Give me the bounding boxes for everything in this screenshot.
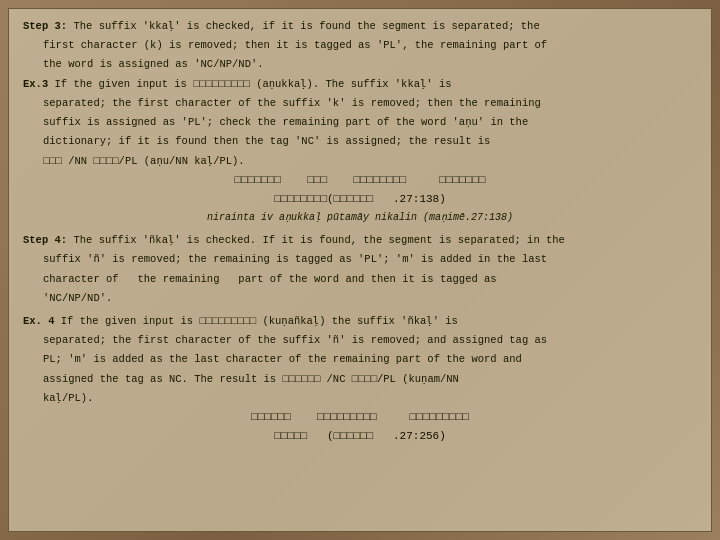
ex4-line4: assigned the tag as NC. The result is □□… xyxy=(23,372,697,387)
step4-text1: The suffix 'ñkaḷ' is checked. If it is f… xyxy=(73,234,565,246)
ex4-section: Ex. 4 If the given input is □□□□□□□□□ (k… xyxy=(23,314,697,445)
ex3-line3: suffix is assigned as 'PL'; check the re… xyxy=(23,115,697,130)
step3-heading: Step 3: xyxy=(23,20,67,32)
ex3-line4: dictionary; if it is found then the tag … xyxy=(23,134,697,149)
ex4-arabic-line2: □□□□□ (□□□□□□ .27:256) xyxy=(23,429,697,445)
step4-line1: Step 4: The suffix 'ñkaḷ' is checked. If… xyxy=(23,233,697,248)
step4-line3: character of the remaining part of the w… xyxy=(23,272,697,287)
ex3-arabic-line2: □□□□□□□□(□□□□□□ .27:138) xyxy=(23,192,697,208)
step3-line2: first character (k) is removed; then it … xyxy=(23,38,697,53)
ex3-text1: If the given input is □□□□□□□□□ (aṇukkaḷ… xyxy=(55,78,452,90)
ex3-line2: separated; the first character of the su… xyxy=(23,96,697,111)
step3-text1: The suffix 'kkaḷ' is checked, if it is f… xyxy=(73,20,539,32)
step4-line4: 'NC/NP/ND'. xyxy=(23,291,697,306)
ex4-line2: separated; the first character of the su… xyxy=(23,333,697,348)
ex4-text1: If the given input is □□□□□□□□□ (kuṇañka… xyxy=(61,315,458,327)
ex3-label: Ex.3 xyxy=(23,78,55,90)
step4-section: Step 4: The suffix 'ñkaḷ' is checked. If… xyxy=(23,233,697,306)
ex4-line1: Ex. 4 If the given input is □□□□□□□□□ (k… xyxy=(23,314,697,329)
step4-heading: Step 4: xyxy=(23,234,67,246)
content-panel: Step 3: The suffix 'kkaḷ' is checked, if… xyxy=(8,8,712,532)
ex4-line5: kaḷ/PL). xyxy=(23,391,697,406)
ex3-italic: nirainta iv aṇukkaḷ pūtamāy nikalin (maṇ… xyxy=(23,211,697,226)
step3-line3: the word is assigned as 'NC/NP/ND'. xyxy=(23,57,697,72)
step3-line1: Step 3: The suffix 'kkaḷ' is checked, if… xyxy=(23,19,697,34)
step4-line2: suffix 'ñ' is removed; the remaining is … xyxy=(23,252,697,267)
main-text: Step 3: The suffix 'kkaḷ' is checked, if… xyxy=(23,19,697,445)
ex3-line1: Ex.3 If the given input is □□□□□□□□□ (aṇ… xyxy=(23,77,697,92)
ex4-line3: PL; 'm' is added as the last character o… xyxy=(23,352,697,367)
ex3-line5: □□□ /NN □□□□/PL (aṇu/NN kaḷ/PL). xyxy=(23,154,697,169)
ex3-arabic-line1: □□□□□□□ □□□ □□□□□□□□ □□□□□□□ xyxy=(23,173,697,189)
ex4-arabic-line1: □□□□□□ □□□□□□□□□ □□□□□□□□□ xyxy=(23,410,697,426)
ex4-label: Ex. 4 xyxy=(23,315,61,327)
